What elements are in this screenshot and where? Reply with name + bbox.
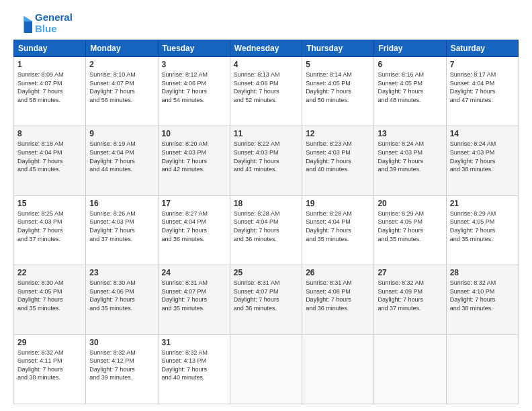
cell-content: Sunrise: 8:17 AM Sunset: 4:04 PM Dayligh… bbox=[450, 71, 515, 104]
header-row: Sunday Monday Tuesday Wednesday Thursday… bbox=[14, 40, 519, 57]
cell-content: Sunrise: 8:23 AM Sunset: 4:03 PM Dayligh… bbox=[306, 140, 370, 173]
day-number: 30 bbox=[89, 338, 154, 347]
day-number: 24 bbox=[162, 268, 226, 277]
day-number: 29 bbox=[17, 338, 82, 347]
cell-content: Sunrise: 8:22 AM Sunset: 4:03 PM Dayligh… bbox=[234, 140, 298, 173]
calendar-cell: 11 Sunrise: 8:22 AM Sunset: 4:03 PM Dayl… bbox=[230, 126, 302, 195]
col-tuesday: Tuesday bbox=[158, 40, 230, 57]
calendar-cell: 22 Sunrise: 8:30 AM Sunset: 4:05 PM Dayl… bbox=[14, 265, 86, 334]
day-number: 5 bbox=[306, 60, 370, 69]
cell-content: Sunrise: 8:29 AM Sunset: 4:05 PM Dayligh… bbox=[378, 210, 442, 243]
cell-content: Sunrise: 8:32 AM Sunset: 4:10 PM Dayligh… bbox=[450, 279, 515, 312]
week-row-4: 22 Sunrise: 8:30 AM Sunset: 4:05 PM Dayl… bbox=[14, 265, 519, 334]
calendar-cell: 24 Sunrise: 8:31 AM Sunset: 4:07 PM Dayl… bbox=[158, 265, 230, 334]
week-row-5: 29 Sunrise: 8:32 AM Sunset: 4:11 PM Dayl… bbox=[14, 334, 519, 404]
day-number: 14 bbox=[450, 129, 515, 138]
calendar-cell: 26 Sunrise: 8:31 AM Sunset: 4:08 PM Dayl… bbox=[302, 265, 374, 334]
day-number: 21 bbox=[450, 199, 515, 208]
cell-content: Sunrise: 8:13 AM Sunset: 4:06 PM Dayligh… bbox=[234, 71, 298, 104]
day-number: 17 bbox=[162, 199, 226, 208]
day-number: 22 bbox=[17, 268, 82, 277]
cell-content: Sunrise: 8:25 AM Sunset: 4:03 PM Dayligh… bbox=[17, 210, 82, 243]
calendar-cell: 12 Sunrise: 8:23 AM Sunset: 4:03 PM Dayl… bbox=[302, 126, 374, 195]
day-number: 27 bbox=[378, 268, 442, 277]
week-row-1: 1 Sunrise: 8:09 AM Sunset: 4:07 PM Dayli… bbox=[14, 57, 519, 126]
calendar-cell: 4 Sunrise: 8:13 AM Sunset: 4:06 PM Dayli… bbox=[230, 57, 302, 126]
generalblue-logo-icon bbox=[13, 14, 32, 33]
logo-text: General Blue bbox=[35, 12, 73, 34]
col-wednesday: Wednesday bbox=[230, 40, 302, 57]
calendar-cell: 23 Sunrise: 8:30 AM Sunset: 4:06 PM Dayl… bbox=[86, 265, 158, 334]
calendar-table: Sunday Monday Tuesday Wednesday Thursday… bbox=[13, 40, 519, 404]
col-monday: Monday bbox=[86, 40, 158, 57]
day-number: 12 bbox=[306, 129, 370, 138]
day-number: 4 bbox=[234, 60, 298, 69]
cell-content: Sunrise: 8:30 AM Sunset: 4:05 PM Dayligh… bbox=[17, 279, 82, 312]
day-number: 2 bbox=[89, 60, 154, 69]
week-row-3: 15 Sunrise: 8:25 AM Sunset: 4:03 PM Dayl… bbox=[14, 195, 519, 265]
cell-content: Sunrise: 8:09 AM Sunset: 4:07 PM Dayligh… bbox=[17, 71, 82, 104]
calendar-cell: 7 Sunrise: 8:17 AM Sunset: 4:04 PM Dayli… bbox=[446, 57, 518, 126]
col-saturday: Saturday bbox=[446, 40, 518, 57]
day-number: 26 bbox=[306, 268, 370, 277]
day-number: 16 bbox=[89, 199, 154, 208]
calendar-cell: 15 Sunrise: 8:25 AM Sunset: 4:03 PM Dayl… bbox=[14, 195, 86, 265]
cell-content: Sunrise: 8:19 AM Sunset: 4:04 PM Dayligh… bbox=[89, 140, 154, 173]
calendar-cell: 27 Sunrise: 8:32 AM Sunset: 4:09 PM Dayl… bbox=[374, 265, 446, 334]
cell-content: Sunrise: 8:31 AM Sunset: 4:08 PM Dayligh… bbox=[306, 279, 370, 312]
header: General Blue bbox=[13, 12, 519, 34]
day-number: 6 bbox=[378, 60, 442, 69]
day-number: 13 bbox=[378, 129, 442, 138]
col-sunday: Sunday bbox=[14, 40, 86, 57]
cell-content: Sunrise: 8:14 AM Sunset: 4:05 PM Dayligh… bbox=[306, 71, 370, 104]
calendar-cell: 3 Sunrise: 8:12 AM Sunset: 4:06 PM Dayli… bbox=[158, 57, 230, 126]
calendar-cell bbox=[230, 334, 302, 404]
calendar-cell: 19 Sunrise: 8:28 AM Sunset: 4:04 PM Dayl… bbox=[302, 195, 374, 265]
cell-content: Sunrise: 8:26 AM Sunset: 4:03 PM Dayligh… bbox=[89, 210, 154, 243]
calendar-cell: 2 Sunrise: 8:10 AM Sunset: 4:07 PM Dayli… bbox=[86, 57, 158, 126]
cell-content: Sunrise: 8:31 AM Sunset: 4:07 PM Dayligh… bbox=[162, 279, 226, 312]
page: General Blue Sunday Monday Tuesday Wedne… bbox=[0, 0, 532, 411]
calendar-cell bbox=[374, 334, 446, 404]
cell-content: Sunrise: 8:32 AM Sunset: 4:13 PM Dayligh… bbox=[162, 349, 226, 382]
day-number: 7 bbox=[450, 60, 515, 69]
calendar-cell: 16 Sunrise: 8:26 AM Sunset: 4:03 PM Dayl… bbox=[86, 195, 158, 265]
calendar-cell: 29 Sunrise: 8:32 AM Sunset: 4:11 PM Dayl… bbox=[14, 334, 86, 404]
calendar-cell: 9 Sunrise: 8:19 AM Sunset: 4:04 PM Dayli… bbox=[86, 126, 158, 195]
cell-content: Sunrise: 8:12 AM Sunset: 4:06 PM Dayligh… bbox=[162, 71, 226, 104]
calendar-cell: 17 Sunrise: 8:27 AM Sunset: 4:04 PM Dayl… bbox=[158, 195, 230, 265]
day-number: 18 bbox=[234, 199, 298, 208]
cell-content: Sunrise: 8:32 AM Sunset: 4:09 PM Dayligh… bbox=[378, 279, 442, 312]
day-number: 10 bbox=[162, 129, 226, 138]
day-number: 25 bbox=[234, 268, 298, 277]
cell-content: Sunrise: 8:32 AM Sunset: 4:11 PM Dayligh… bbox=[17, 349, 82, 382]
calendar-cell: 13 Sunrise: 8:24 AM Sunset: 4:03 PM Dayl… bbox=[374, 126, 446, 195]
col-thursday: Thursday bbox=[302, 40, 374, 57]
calendar-cell: 14 Sunrise: 8:24 AM Sunset: 4:03 PM Dayl… bbox=[446, 126, 518, 195]
calendar-cell: 25 Sunrise: 8:31 AM Sunset: 4:07 PM Dayl… bbox=[230, 265, 302, 334]
calendar-cell: 8 Sunrise: 8:18 AM Sunset: 4:04 PM Dayli… bbox=[14, 126, 86, 195]
day-number: 8 bbox=[17, 129, 82, 138]
cell-content: Sunrise: 8:24 AM Sunset: 4:03 PM Dayligh… bbox=[450, 140, 515, 173]
day-number: 1 bbox=[17, 60, 82, 69]
calendar-cell: 10 Sunrise: 8:20 AM Sunset: 4:03 PM Dayl… bbox=[158, 126, 230, 195]
cell-content: Sunrise: 8:20 AM Sunset: 4:03 PM Dayligh… bbox=[162, 140, 226, 173]
day-number: 19 bbox=[306, 199, 370, 208]
calendar-cell bbox=[302, 334, 374, 404]
day-number: 11 bbox=[234, 129, 298, 138]
cell-content: Sunrise: 8:28 AM Sunset: 4:04 PM Dayligh… bbox=[234, 210, 298, 243]
calendar-cell: 31 Sunrise: 8:32 AM Sunset: 4:13 PM Dayl… bbox=[158, 334, 230, 404]
calendar-cell: 6 Sunrise: 8:16 AM Sunset: 4:05 PM Dayli… bbox=[374, 57, 446, 126]
cell-content: Sunrise: 8:18 AM Sunset: 4:04 PM Dayligh… bbox=[17, 140, 82, 173]
cell-content: Sunrise: 8:28 AM Sunset: 4:04 PM Dayligh… bbox=[306, 210, 370, 243]
day-number: 9 bbox=[89, 129, 154, 138]
calendar-cell: 5 Sunrise: 8:14 AM Sunset: 4:05 PM Dayli… bbox=[302, 57, 374, 126]
cell-content: Sunrise: 8:29 AM Sunset: 4:05 PM Dayligh… bbox=[450, 210, 515, 243]
day-number: 3 bbox=[162, 60, 226, 69]
cell-content: Sunrise: 8:27 AM Sunset: 4:04 PM Dayligh… bbox=[162, 210, 226, 243]
cell-content: Sunrise: 8:24 AM Sunset: 4:03 PM Dayligh… bbox=[378, 140, 442, 173]
day-number: 20 bbox=[378, 199, 442, 208]
cell-content: Sunrise: 8:16 AM Sunset: 4:05 PM Dayligh… bbox=[378, 71, 442, 104]
day-number: 15 bbox=[17, 199, 82, 208]
logo: General Blue bbox=[13, 12, 73, 34]
